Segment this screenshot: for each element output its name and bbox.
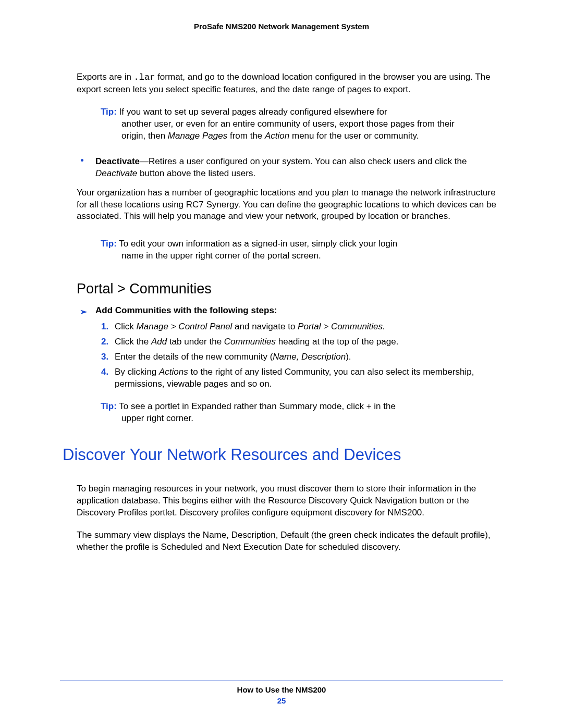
tip-label: Tip:: [101, 107, 117, 117]
text-italic: Actions: [159, 367, 188, 377]
text: menu for the user or community.: [289, 131, 419, 141]
list-item: 1. Click Manage > Control Panel and navi…: [115, 321, 500, 333]
text-italic: Portal > Communities.: [298, 322, 385, 331]
footer-title: How to Use the NMS200: [60, 685, 503, 694]
document-page: ProSafe NMS200 Network Management System…: [0, 0, 563, 728]
footer-rule: [60, 681, 503, 681]
text-italic: Deactivate: [95, 168, 137, 178]
code-text: .lar: [134, 72, 155, 82]
page-header: ProSafe NMS200 Network Management System: [60, 22, 503, 31]
tip-text: To edit your own information as a signed…: [119, 239, 397, 249]
text-italic: Add: [151, 337, 167, 347]
tip-block: Tip: If you want to set up several pages…: [101, 106, 472, 142]
bullet-label: Deactivate: [95, 156, 140, 166]
procedure-label: Add Communities with the following steps…: [95, 305, 277, 315]
text-italic: Manage > Control Panel: [137, 322, 232, 331]
text: Exports are in: [77, 72, 134, 82]
text: button above the listed users.: [137, 168, 255, 178]
intro-paragraph: Exports are in .lar format, and go to th…: [77, 71, 500, 96]
text: Click the: [115, 337, 151, 347]
text: tab under the: [167, 337, 224, 347]
page-number: 25: [60, 696, 503, 705]
text: from the: [227, 131, 265, 141]
text: heading at the top of the page.: [276, 337, 398, 347]
procedure-title: ➢ Add Communities with the following ste…: [95, 305, 503, 316]
tip-block: Tip: To edit your own information as a s…: [101, 238, 472, 262]
list-item: 2. Click the Add tab under the Communiti…: [115, 336, 500, 348]
step-number: 1.: [101, 321, 108, 333]
list-item: 4. By clicking Actions to the right of a…: [115, 366, 500, 390]
tip-text: If you want to set up several pages alre…: [119, 107, 387, 117]
text-italic: Name, Description: [273, 352, 346, 362]
step-number: 3.: [101, 351, 108, 363]
bullet-icon: [81, 159, 83, 162]
text: Enter the details of the new community (: [115, 352, 273, 362]
text-italic: Communities: [224, 337, 276, 347]
step-number: 4.: [101, 366, 108, 378]
page-footer: How to Use the NMS200 25: [60, 681, 503, 705]
tip-continuation: name in the upper right corner of the po…: [121, 250, 472, 262]
main-heading: Discover Your Network Resources and Devi…: [63, 446, 503, 464]
step-number: 2.: [101, 336, 108, 348]
sub-heading: Portal > Communities: [77, 281, 503, 297]
tip-continuation: upper right corner.: [121, 413, 472, 425]
tip-label: Tip:: [101, 401, 117, 411]
text-italic: Action: [265, 131, 289, 141]
tip-block: Tip: To see a portlet in Expanded rather…: [101, 401, 472, 425]
text: and navigate to: [232, 322, 298, 331]
paragraph: Your organization has a number of geogra…: [77, 187, 500, 223]
text: —Retires a user configured on your syste…: [140, 156, 467, 166]
tip-continuation: another user, or even for an entire comm…: [121, 118, 472, 142]
arrow-right-icon: ➢: [80, 306, 87, 317]
paragraph: To begin managing resources in your netw…: [77, 483, 500, 519]
tip-label: Tip:: [101, 239, 117, 249]
list-item: 3. Enter the details of the new communit…: [115, 351, 500, 363]
text-italic: Manage Pages: [168, 131, 227, 141]
bullet-item: Deactivate—Retires a user configured on …: [95, 156, 500, 180]
text: By clicking: [115, 367, 159, 377]
text: ).: [346, 352, 351, 362]
text: Click: [115, 322, 137, 331]
tip-text: To see a portlet in Expanded rather than…: [119, 401, 396, 411]
paragraph: The summary view displays the Name, Desc…: [77, 529, 500, 553]
